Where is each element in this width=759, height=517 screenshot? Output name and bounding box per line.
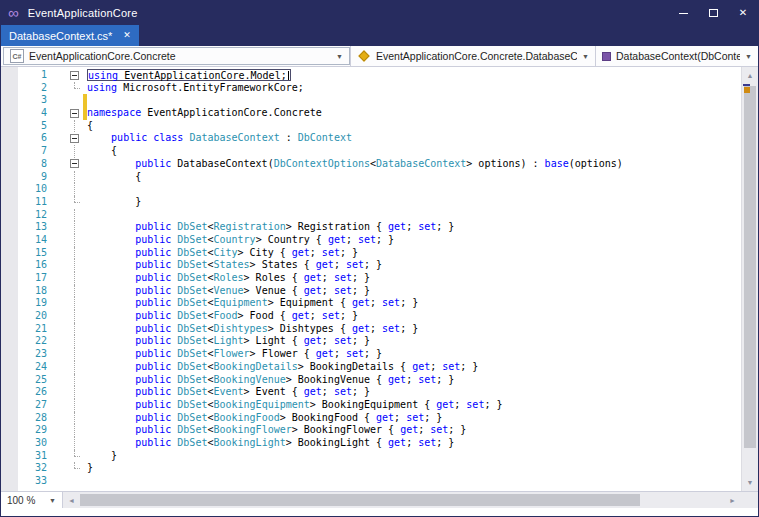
breakpoint-margin[interactable] [1,323,18,336]
close-button[interactable]: ✕ [728,1,758,25]
code-text[interactable]: public DbSet<BookingVenue> BookingVenue … [87,374,741,387]
code-text[interactable]: public DbSet<Flower> Flower { get; set; … [87,348,741,361]
code-text[interactable] [87,183,741,196]
breakpoint-margin[interactable] [1,450,18,463]
line-number[interactable]: 5 [18,120,67,133]
line-number[interactable]: 10 [18,183,67,196]
line-number[interactable]: 32 [18,462,67,475]
class-dropdown[interactable]: EventApplicationCore.Concrete.DatabaseCo… [350,46,595,66]
line-number[interactable]: 24 [18,361,67,374]
member-dropdown[interactable]: DatabaseContext(DbContextOptions<Databas… [595,46,758,66]
scroll-right-button[interactable]: ► [724,492,741,508]
line-number[interactable]: 1 [18,69,67,82]
maximize-button[interactable] [698,1,728,25]
breakpoint-margin[interactable] [1,399,18,412]
line-number[interactable]: 11 [18,196,67,209]
code-text[interactable]: } [87,462,741,475]
code-line[interactable]: 8 public DatabaseContext(DbContextOption… [1,158,741,171]
scroll-down-button[interactable]: ▼ [742,474,758,491]
code-line[interactable]: 27 public DbSet<BookingEquipment> Bookin… [1,399,741,412]
code-text[interactable]: { [87,145,741,158]
code-line[interactable]: 31 } [1,450,741,463]
breakpoint-margin[interactable] [1,424,18,437]
code-text[interactable]: public DbSet<BookingFood> BookingFood { … [87,412,741,425]
breakpoint-margin[interactable] [1,348,18,361]
code-line[interactable]: 19 public DbSet<Equipment> Equipment { g… [1,297,741,310]
code-line[interactable]: 5{ [1,120,741,133]
line-number[interactable]: 19 [18,297,67,310]
breakpoint-margin[interactable] [1,386,18,399]
line-number[interactable]: 4 [18,107,67,120]
fold-collapse-icon[interactable] [70,159,79,168]
minimize-button[interactable] [668,1,698,25]
code-text[interactable]: public DbSet<Country> Country { get; set… [87,234,741,247]
code-text[interactable]: using EventApplicationCore.Model; [87,69,741,82]
code-text[interactable]: public DbSet<Light> Light { get; set; } [87,335,741,348]
breakpoint-margin[interactable] [1,120,18,133]
code-text[interactable]: public DbSet<City> City { get; set; } [87,247,741,260]
code-text[interactable]: public DbSet<Food> Food { get; set; } [87,310,741,323]
code-line[interactable]: 28 public DbSet<BookingFood> BookingFood… [1,412,741,425]
breakpoint-margin[interactable] [1,107,18,120]
line-number[interactable]: 30 [18,437,67,450]
line-number[interactable]: 8 [18,158,67,171]
code-text[interactable]: public DbSet<Venue> Venue { get; set; } [87,285,741,298]
line-number[interactable]: 17 [18,272,67,285]
scroll-up-button[interactable]: ▲ [742,67,758,84]
code-text[interactable]: { [87,120,741,133]
horizontal-scroll-thumb[interactable] [80,494,640,506]
horizontal-scrollbar[interactable]: ◄ ► [63,492,741,508]
code-text[interactable]: public DbSet<States> States { get; set; … [87,259,741,272]
code-line[interactable]: 4namespace EventApplicationCore.Concrete [1,107,741,120]
tab-close-icon[interactable]: ✕ [123,31,131,40]
breakpoint-margin[interactable] [1,412,18,425]
breakpoint-margin[interactable] [1,475,18,488]
breakpoint-margin[interactable] [1,94,18,107]
line-number[interactable]: 12 [18,209,67,222]
breakpoint-margin[interactable] [1,132,18,145]
line-number[interactable]: 31 [18,450,67,463]
code-text[interactable]: public DbSet<Registration> Registration … [87,221,741,234]
code-text[interactable]: public DbSet<Equipment> Equipment { get;… [87,297,741,310]
breakpoint-margin[interactable] [1,297,18,310]
breakpoint-margin[interactable] [1,221,18,234]
code-line[interactable]: 6 public class DatabaseContext : DbConte… [1,132,741,145]
code-text[interactable]: public DbSet<BookingEquipment> BookingEq… [87,399,741,412]
code-line[interactable]: 9 { [1,171,741,184]
code-line[interactable]: 32} [1,462,741,475]
code-line[interactable]: 21 public DbSet<Dishtypes> Dishtypes { g… [1,323,741,336]
breakpoint-margin[interactable] [1,82,18,95]
vertical-scroll-thumb[interactable] [744,86,756,448]
code-line[interactable]: 26 public DbSet<Event> Event { get; set;… [1,386,741,399]
code-line[interactable]: 22 public DbSet<Light> Light { get; set;… [1,335,741,348]
code-line[interactable]: 30 public DbSet<BookingLight> BookingLig… [1,437,741,450]
breakpoint-margin[interactable] [1,272,18,285]
title-bar[interactable]: ∞ EventApplicationCore ✕ [1,1,758,25]
horizontal-scroll-track[interactable] [80,492,724,508]
scroll-left-button[interactable]: ◄ [63,492,80,508]
code-text[interactable]: public DbSet<BookingDetails> BookingDeta… [87,361,741,374]
breakpoint-margin[interactable] [1,361,18,374]
code-text[interactable]: public DbSet<Roles> Roles { get; set; } [87,272,741,285]
zoom-control[interactable]: 100 % ▼ [1,492,63,508]
line-number[interactable]: 2 [18,82,67,95]
breakpoint-margin[interactable] [1,259,18,272]
code-line[interactable]: 10 [1,183,741,196]
line-number[interactable]: 18 [18,285,67,298]
breakpoint-margin[interactable] [1,462,18,475]
breakpoint-margin[interactable] [1,158,18,171]
line-number[interactable]: 21 [18,323,67,336]
code-line[interactable]: 33 [1,475,741,488]
project-dropdown[interactable]: C# EventApplicationCore.Concrete ▼ [3,47,350,65]
breakpoint-margin[interactable] [1,374,18,387]
code-text[interactable] [87,475,741,488]
vertical-scrollbar[interactable]: ▲ ▼ [741,67,758,491]
code-text[interactable]: } [87,196,741,209]
code-text[interactable]: public DatabaseContext(DbContextOptions<… [87,158,741,171]
line-number[interactable]: 13 [18,221,67,234]
line-number[interactable]: 23 [18,348,67,361]
code-line[interactable]: 3 [1,94,741,107]
line-number[interactable]: 28 [18,412,67,425]
breakpoint-margin[interactable] [1,285,18,298]
breakpoint-margin[interactable] [1,209,18,222]
